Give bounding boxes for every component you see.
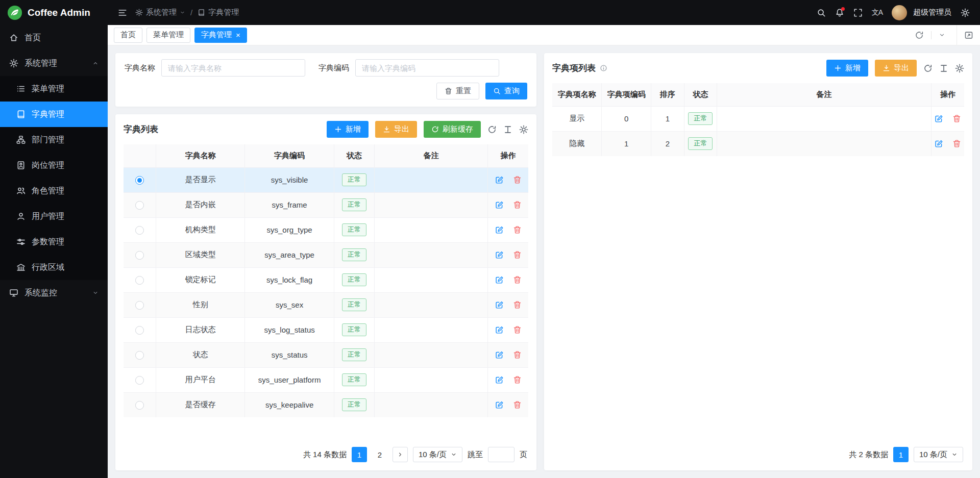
delete-row-button[interactable]	[513, 200, 522, 209]
query-button[interactable]: 查询	[485, 83, 527, 99]
delete-row-button[interactable]	[513, 350, 522, 359]
column-settings-icon[interactable]	[939, 64, 948, 73]
delete-row-button[interactable]	[513, 300, 522, 309]
dict-item-table-row[interactable]: 显示 0 1 正常	[552, 106, 964, 131]
tab-dict-mgmt[interactable]: 字典管理 ×	[194, 28, 247, 43]
refresh-table-icon[interactable]	[487, 125, 497, 134]
notifications-button[interactable]	[835, 8, 844, 17]
row-select-radio[interactable]	[135, 226, 144, 235]
settings-gear-icon[interactable]	[961, 8, 970, 17]
page-size-select[interactable]: 10 条/页	[914, 447, 963, 462]
search-icon[interactable]	[817, 8, 826, 17]
sidebar-item-home[interactable]: 首页	[0, 25, 108, 51]
delete-row-button[interactable]	[952, 114, 961, 123]
dict-table-row[interactable]: 区域类型 sys_area_type 正常	[124, 242, 528, 267]
dict-table-row[interactable]: 机构类型 sys_org_type 正常	[124, 217, 528, 242]
collapse-sidebar-icon[interactable]	[118, 8, 127, 17]
close-tab-icon[interactable]: ×	[236, 31, 240, 39]
edit-row-button[interactable]	[935, 139, 943, 148]
edit-row-button[interactable]	[495, 200, 504, 209]
edit-row-button[interactable]	[495, 225, 504, 234]
page-1-button[interactable]: 1	[352, 447, 367, 462]
delete-row-button[interactable]	[513, 250, 522, 259]
add-dict-button[interactable]: 新增	[327, 121, 369, 138]
dict-name-input[interactable]	[161, 59, 305, 77]
dict-table-row[interactable]: 用户平台 sys_user_platform 正常	[124, 367, 528, 392]
page-2-button[interactable]: 2	[372, 447, 387, 462]
edit-row-button[interactable]	[495, 175, 504, 184]
edit-row-button[interactable]	[495, 400, 504, 409]
row-select-radio[interactable]	[135, 276, 144, 285]
sidebar-item-role-mgmt[interactable]: 角色管理	[0, 178, 108, 204]
sidebar-item-menu-mgmt[interactable]: 菜单管理	[0, 76, 108, 102]
dict-table-row[interactable]: 锁定标记 sys_lock_flag 正常	[124, 267, 528, 292]
breadcrumb-system-mgmt[interactable]: 系统管理	[135, 8, 185, 17]
row-select-radio[interactable]	[135, 176, 144, 185]
fullscreen-icon[interactable]	[853, 8, 863, 17]
row-select-radio[interactable]	[135, 201, 144, 210]
dict-table-row[interactable]: 状态 sys_status 正常	[124, 342, 528, 367]
row-select-radio[interactable]	[135, 326, 144, 335]
tab-home[interactable]: 首页	[114, 28, 142, 43]
delete-row-button[interactable]	[952, 139, 961, 148]
edit-row-button[interactable]	[495, 300, 504, 309]
search-card: 字典名称 字典编码 重置	[115, 53, 536, 107]
content-fullscreen-button[interactable]	[957, 25, 980, 45]
refresh-table-icon[interactable]	[923, 64, 933, 73]
refresh-cache-button[interactable]: 刷新缓存	[424, 121, 481, 138]
sidebar-item-system-monitor[interactable]: 系统监控	[0, 280, 108, 306]
refresh-page-icon[interactable]	[915, 31, 924, 40]
dict-table-row[interactable]: 是否显示 sys_visible 正常	[124, 167, 528, 192]
delete-row-button[interactable]	[513, 400, 522, 409]
table-settings-gear-icon[interactable]	[519, 125, 528, 134]
dict-item-table-row[interactable]: 隐藏 1 2 正常	[552, 131, 964, 156]
export-dict-button[interactable]: 导出	[375, 121, 417, 138]
edit-row-button[interactable]	[935, 114, 943, 123]
edit-row-button[interactable]	[495, 350, 504, 359]
sidebar-item-dept-mgmt[interactable]: 部门管理	[0, 127, 108, 153]
delete-row-button[interactable]	[513, 175, 522, 184]
page-size-select[interactable]: 10 条/页	[413, 447, 462, 462]
dict-table-row[interactable]: 是否缓存 sys_keepalive 正常	[124, 392, 528, 417]
export-dict-item-button[interactable]: 导出	[875, 60, 917, 77]
tab-menu-mgmt[interactable]: 菜单管理	[146, 28, 190, 43]
reset-button[interactable]: 重置	[436, 83, 479, 99]
sidebar-item-dict-mgmt[interactable]: 字典管理	[0, 102, 108, 127]
sidebar-item-system-mgmt[interactable]: 系统管理	[0, 51, 108, 76]
dict-table-row[interactable]: 日志状态 sys_log_status 正常	[124, 317, 528, 342]
edit-row-button[interactable]	[495, 275, 504, 284]
sidebar-item-region-mgmt[interactable]: 行政区域	[0, 255, 108, 280]
row-select-radio[interactable]	[135, 401, 144, 410]
breadcrumb-dict-mgmt[interactable]: 字典管理	[198, 8, 239, 17]
sidebar-item-post-mgmt[interactable]: 岗位管理	[0, 153, 108, 178]
jump-page-input[interactable]	[488, 447, 514, 462]
dict-table-row[interactable]: 性别 sys_sex 正常	[124, 292, 528, 317]
delete-row-button[interactable]	[513, 375, 522, 384]
edit-row-button[interactable]	[495, 375, 504, 384]
tab-menu-chevron-icon[interactable]	[939, 32, 945, 38]
col-item-code: 字典项编码	[602, 83, 651, 106]
item-sort-cell: 2	[651, 131, 684, 156]
row-select-radio[interactable]	[135, 351, 144, 360]
delete-row-button[interactable]	[513, 225, 522, 234]
row-select-radio[interactable]	[135, 376, 144, 385]
page-1-button[interactable]: 1	[893, 447, 909, 462]
row-select-radio[interactable]	[135, 301, 144, 310]
user-name[interactable]: 超级管理员	[913, 8, 951, 17]
next-page-button[interactable]	[393, 447, 408, 462]
row-select-radio[interactable]	[135, 251, 144, 260]
avatar[interactable]	[892, 5, 907, 20]
translate-icon[interactable]: 文A	[872, 8, 883, 17]
dict-table-row[interactable]: 是否内嵌 sys_frame 正常	[124, 192, 528, 217]
app-logo[interactable]: Coffee Admin	[0, 0, 108, 25]
edit-row-button[interactable]	[495, 325, 504, 334]
add-dict-item-button[interactable]: 新增	[826, 60, 868, 77]
table-settings-gear-icon[interactable]	[955, 64, 964, 73]
sidebar-item-user-mgmt[interactable]: 用户管理	[0, 204, 108, 229]
dict-code-input[interactable]	[355, 59, 499, 77]
sidebar-item-param-mgmt[interactable]: 参数管理	[0, 229, 108, 255]
edit-row-button[interactable]	[495, 250, 504, 259]
delete-row-button[interactable]	[513, 275, 522, 284]
delete-row-button[interactable]	[513, 325, 522, 334]
column-settings-icon[interactable]	[503, 125, 512, 134]
